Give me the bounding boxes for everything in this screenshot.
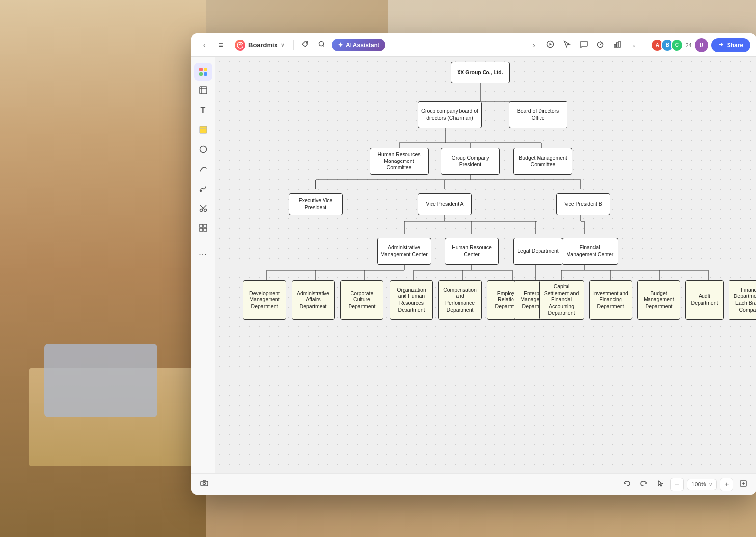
svg-rect-28 <box>204 224 207 227</box>
org-box-ccd[interactable]: Corporate Culture Department <box>340 280 383 320</box>
org-audit-label: Audit Department <box>688 293 721 306</box>
line-tool-button[interactable] <box>194 161 212 179</box>
org-hrc-label: Human Resource Center <box>447 244 496 258</box>
org-box-president[interactable]: Group Company President <box>441 148 500 175</box>
screenshot-button[interactable] <box>197 478 211 491</box>
zoom-controls: − 100% ∨ + <box>620 478 750 491</box>
svg-rect-70 <box>201 481 208 486</box>
svg-line-3 <box>323 45 325 47</box>
redo-icon <box>640 480 648 489</box>
boardmix-logo[interactable]: Boardmix ∨ <box>231 38 288 53</box>
more-tools-button[interactable]: ··· <box>194 245 212 263</box>
draw-icon <box>199 184 208 195</box>
tag-button[interactable] <box>298 38 312 52</box>
sticky-tool-button[interactable] <box>194 122 212 139</box>
avatar-count: 24 <box>685 42 691 48</box>
timer-button[interactable] <box>594 38 607 52</box>
org-box-root[interactable]: XX Group Co., Ltd. <box>451 62 510 83</box>
app-window: ‹ ≡ Boardmix ∨ <box>191 33 756 495</box>
org-box-aad[interactable]: Administrative Affairs Department <box>292 280 335 320</box>
template-tool-button[interactable] <box>194 220 212 238</box>
chart-icon <box>613 40 621 50</box>
share-button[interactable]: Share <box>711 38 750 52</box>
org-box-audit[interactable]: Audit Department <box>685 280 724 320</box>
ai-assistant-button[interactable]: ✦ AI Assistant <box>332 39 385 51</box>
redo-button[interactable] <box>637 478 650 491</box>
shape-icon <box>199 145 208 156</box>
org-box-vpa[interactable]: Vice President A <box>418 193 472 215</box>
fit-button[interactable] <box>736 478 750 491</box>
org-box-evp[interactable]: Executive Vice President <box>289 193 343 215</box>
shape-tool-button[interactable] <box>194 141 212 159</box>
line-icon <box>199 164 208 175</box>
current-user-avatar[interactable]: U <box>695 38 708 52</box>
org-box-board[interactable]: Group company board of directors (Chairm… <box>418 101 482 128</box>
svg-point-24 <box>204 209 206 212</box>
text-icon: T <box>201 107 206 115</box>
zoom-out-button[interactable]: − <box>670 478 684 491</box>
fit-icon <box>739 480 747 489</box>
org-board-label: Group company board of directors (Chairm… <box>420 108 479 121</box>
org-box-ohrd[interactable]: Organization and Human Resources Departm… <box>390 280 433 320</box>
cursor-button[interactable] <box>560 38 574 52</box>
org-box-ifd[interactable]: Investment and Financing Department <box>589 280 632 320</box>
comment-button[interactable] <box>577 38 591 52</box>
svg-line-8 <box>600 44 602 45</box>
org-box-hrmc[interactable]: Human Resources Management Committee <box>370 148 429 175</box>
svg-line-26 <box>200 205 204 209</box>
menu-button[interactable]: ≡ <box>214 38 228 52</box>
org-cpd-label: Compensation and Performance Department <box>441 287 479 314</box>
org-box-legal[interactable]: Legal Department <box>513 238 563 265</box>
boardmix-label: Boardmix <box>248 41 278 49</box>
org-bmd-label: Budget Management Department <box>640 290 678 310</box>
draw-tool-button[interactable] <box>194 181 212 198</box>
canvas-area[interactable]: XX Group Co., Ltd. Group company board o… <box>215 57 756 473</box>
undo-icon <box>623 480 631 489</box>
search-button[interactable] <box>315 38 329 52</box>
chart-button[interactable] <box>610 38 624 52</box>
svg-marker-5 <box>550 43 552 46</box>
zoom-level-display[interactable]: 100% ∨ <box>687 479 717 490</box>
pen-tool-button[interactable] <box>194 63 212 81</box>
org-box-fdbc[interactable]: Finance Department of Each Branch Compan… <box>729 280 756 320</box>
org-box-vpb[interactable]: Vice President B <box>556 193 610 215</box>
org-box-bmd[interactable]: Budget Management Department <box>637 280 680 320</box>
search-icon <box>318 41 325 50</box>
org-csfa-label: Capital Settlement and Financial Account… <box>541 283 582 317</box>
zoom-in-button[interactable]: + <box>720 478 733 491</box>
org-box-cpd[interactable]: Compensation and Performance Department <box>438 280 482 320</box>
svg-rect-29 <box>200 228 203 231</box>
play-button[interactable] <box>543 38 557 52</box>
pointer-button[interactable] <box>653 478 667 491</box>
avatar-group: A B C 24 <box>651 39 691 52</box>
svg-rect-9 <box>614 44 616 47</box>
text-tool-button[interactable]: T <box>194 102 212 120</box>
share-label: Share <box>727 42 743 49</box>
share-icon <box>718 41 725 49</box>
svg-point-22 <box>200 190 201 192</box>
expand-button[interactable]: ⌄ <box>627 38 641 52</box>
frame-tool-button[interactable] <box>194 82 212 100</box>
comment-icon <box>580 40 588 50</box>
zoom-level-value: 100% <box>691 481 706 488</box>
svg-point-21 <box>200 146 206 153</box>
org-box-hrc[interactable]: Human Resource Center <box>445 238 499 265</box>
org-box-dmd[interactable]: Development Management Department <box>243 280 286 320</box>
more-right-button[interactable]: › <box>527 38 540 52</box>
pointer-icon <box>656 480 664 489</box>
org-box-amc[interactable]: Administrative Management Center <box>377 238 431 265</box>
org-box-csfa[interactable]: Capital Settlement and Financial Account… <box>539 280 584 320</box>
org-vpb-label: Vice President B <box>564 201 602 208</box>
org-ohrd-label: Organization and Human Resources Departm… <box>392 287 431 314</box>
back-button[interactable]: ‹ <box>197 38 211 52</box>
zoom-in-icon: + <box>724 480 729 489</box>
scissors-tool-button[interactable] <box>194 200 212 218</box>
org-legal-label: Legal Department <box>517 248 558 255</box>
toolbar-divider-2 <box>646 40 646 50</box>
undo-button[interactable] <box>620 478 634 491</box>
org-box-board-office[interactable]: Board of Directors Office <box>509 101 567 128</box>
org-vpa-label: Vice President A <box>426 201 464 208</box>
left-sidebar: T <box>191 57 215 473</box>
org-box-bmc[interactable]: Budget Management Committee <box>513 148 572 175</box>
org-box-fmc[interactable]: Financial Management Center <box>562 238 618 265</box>
